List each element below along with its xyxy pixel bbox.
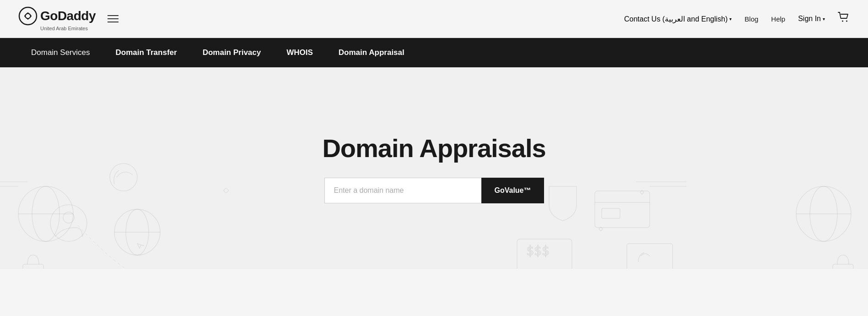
svg-point-22 <box>810 186 837 241</box>
svg-point-11 <box>110 163 137 191</box>
godaddy-logo-icon <box>18 6 38 26</box>
header: GoDaddy United Arab Emirates Contact Us … <box>0 0 868 38</box>
blog-link[interactable]: Blog <box>744 15 758 23</box>
sign-in-label: Sign In <box>798 15 821 23</box>
svg-point-1 <box>842 21 843 22</box>
svg-rect-19 <box>517 239 572 269</box>
logo-image[interactable]: GoDaddy <box>18 6 96 26</box>
svg-point-7 <box>126 209 149 255</box>
svg-point-2 <box>846 21 847 22</box>
contact-chevron-icon: ▾ <box>729 16 732 22</box>
svg-rect-20 <box>627 244 673 269</box>
nav-bar: Domain Services Domain Transfer Domain P… <box>0 38 868 67</box>
hamburger-menu[interactable] <box>105 12 121 25</box>
nav-item-domain-privacy[interactable]: Domain Privacy <box>190 38 274 67</box>
hero-section: $$$ Domain Appraisals <box>0 67 868 269</box>
cart-icon <box>838 11 850 23</box>
svg-point-21 <box>796 186 851 241</box>
contact-us-label: Contact Us (العربية and English) <box>624 15 728 23</box>
nav-item-domain-appraisal[interactable]: Domain Appraisal <box>326 38 417 67</box>
svg-point-0 <box>19 7 37 25</box>
sign-in-button[interactable]: Sign In ▾ <box>798 15 825 23</box>
svg-rect-28 <box>640 191 644 194</box>
nav-item-domain-services[interactable]: Domain Services <box>18 38 103 67</box>
logo-area: GoDaddy United Arab Emirates <box>18 6 96 31</box>
domain-search-input[interactable] <box>324 178 482 203</box>
svg-rect-27 <box>223 188 228 193</box>
nav-item-domain-transfer[interactable]: Domain Transfer <box>103 38 190 67</box>
search-bar: GoValue™ <box>324 178 544 203</box>
hero-content: Domain Appraisals GoValue™ <box>322 133 545 203</box>
cart-button[interactable] <box>838 11 850 26</box>
svg-point-3 <box>18 186 73 241</box>
header-left: GoDaddy United Arab Emirates <box>18 6 121 31</box>
signin-chevron-icon: ▾ <box>823 16 825 22</box>
svg-text:$$$: $$$ <box>526 243 550 258</box>
svg-point-4 <box>32 186 59 241</box>
svg-point-10 <box>63 212 74 223</box>
svg-rect-17 <box>602 208 620 218</box>
help-link[interactable]: Help <box>771 15 785 23</box>
govalue-button[interactable]: GoValue™ <box>481 178 544 203</box>
svg-rect-15 <box>595 191 650 228</box>
svg-point-9 <box>50 205 87 241</box>
svg-rect-12 <box>23 264 43 269</box>
header-right: Contact Us (العربية and English) ▾ Blog … <box>624 11 850 26</box>
svg-rect-29 <box>599 227 603 231</box>
svg-point-6 <box>114 209 160 255</box>
logo-subtitle: United Arab Emirates <box>40 26 88 31</box>
logo-text: GoDaddy <box>40 9 96 23</box>
nav-item-whois[interactable]: WHOIS <box>274 38 326 67</box>
hero-title: Domain Appraisals <box>322 133 545 163</box>
svg-rect-24 <box>833 264 853 269</box>
contact-us-button[interactable]: Contact Us (العربية and English) ▾ <box>624 15 732 23</box>
